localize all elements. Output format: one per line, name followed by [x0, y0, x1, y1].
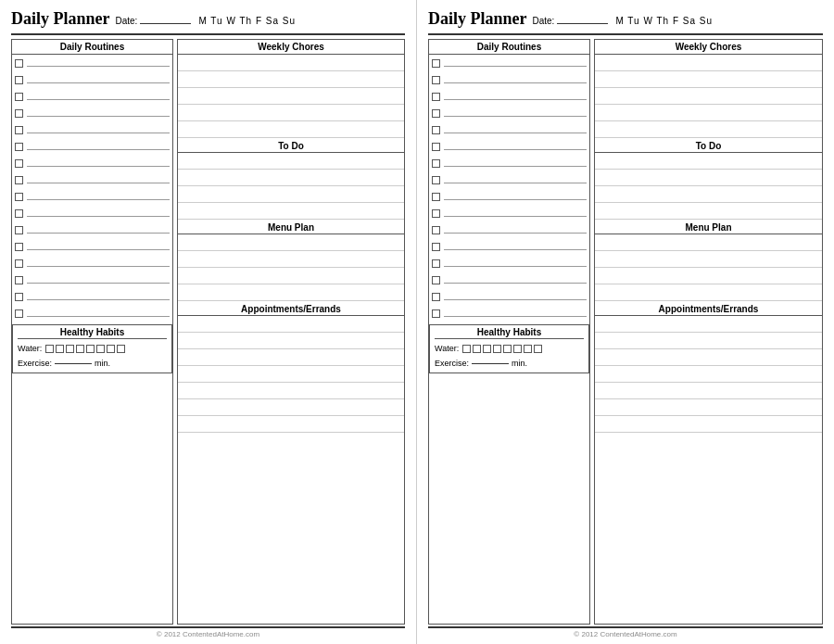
- section-line: [178, 153, 404, 170]
- section-label-2: Appointments/Errands: [595, 301, 822, 316]
- checkbox-row: [12, 205, 172, 221]
- checkbox[interactable]: [15, 209, 23, 218]
- checkbox-row: [429, 288, 589, 305]
- routine-line: [444, 199, 587, 200]
- checkbox[interactable]: [15, 93, 23, 101]
- section-label-2: Appointments/Errands: [178, 301, 404, 316]
- checkbox-row: [429, 71, 589, 88]
- checkbox[interactable]: [15, 126, 23, 134]
- water-boxes: [45, 345, 125, 353]
- exercise-unit: min.: [95, 359, 110, 368]
- water-box[interactable]: [524, 345, 532, 353]
- water-box[interactable]: [107, 345, 115, 353]
- section-line: [595, 349, 822, 366]
- water-label: Water:: [18, 344, 42, 353]
- planner-half-right: Daily Planner Date: M Tu W Th F Sa Su Da…: [417, 0, 834, 644]
- checkbox[interactable]: [432, 309, 440, 318]
- section-line: [178, 366, 404, 383]
- checkbox-row: [429, 221, 589, 238]
- checkbox-row: [429, 55, 589, 71]
- water-box[interactable]: [117, 345, 125, 353]
- planner-half-left: Daily Planner Date: M Tu W Th F Sa Su Da…: [0, 0, 417, 644]
- checkbox-row: [429, 238, 589, 255]
- water-box[interactable]: [534, 345, 542, 353]
- checkbox[interactable]: [432, 76, 440, 84]
- checkbox[interactable]: [15, 226, 23, 234]
- checkbox[interactable]: [15, 276, 23, 284]
- checkbox[interactable]: [15, 193, 23, 201]
- checkbox-row: [12, 88, 172, 105]
- checkbox[interactable]: [432, 293, 440, 301]
- checkbox[interactable]: [432, 226, 440, 234]
- water-box[interactable]: [483, 345, 491, 353]
- routine-line: [27, 299, 170, 300]
- exercise-line: [472, 363, 509, 364]
- routine-line: [444, 249, 587, 250]
- checkbox-row: [12, 105, 172, 121]
- checkbox-row: [429, 205, 589, 221]
- section-line: [178, 251, 404, 268]
- routine-line: [444, 166, 587, 167]
- water-box[interactable]: [493, 345, 501, 353]
- section-label-1: Menu Plan: [178, 220, 404, 234]
- chore-line: [595, 105, 822, 121]
- chore-line: [178, 55, 404, 71]
- water-box[interactable]: [96, 345, 105, 353]
- exercise-row: Exercise: min.: [18, 356, 167, 371]
- water-box[interactable]: [86, 345, 95, 353]
- checkbox[interactable]: [432, 93, 440, 101]
- section-line: [178, 349, 404, 366]
- checkbox[interactable]: [15, 243, 23, 251]
- routine-line: [27, 116, 170, 117]
- checkbox[interactable]: [432, 193, 440, 201]
- water-box[interactable]: [76, 345, 84, 353]
- checkbox[interactable]: [432, 109, 440, 118]
- extra-line: [595, 399, 822, 416]
- water-box[interactable]: [45, 345, 54, 353]
- checkbox[interactable]: [15, 59, 23, 68]
- section-line: [595, 170, 822, 186]
- checkbox-row: [12, 71, 172, 88]
- main-content: Daily Routines: [428, 39, 823, 625]
- checkbox[interactable]: [432, 209, 440, 218]
- chore-line: [178, 121, 404, 138]
- checkbox[interactable]: [15, 76, 23, 84]
- checkbox-row: [429, 171, 589, 188]
- checkbox-row: [12, 305, 172, 322]
- checkbox[interactable]: [432, 276, 440, 284]
- water-box[interactable]: [513, 345, 522, 353]
- routine-line: [27, 183, 170, 183]
- checkbox[interactable]: [15, 259, 23, 268]
- routine-line: [27, 199, 170, 200]
- water-box[interactable]: [473, 345, 481, 353]
- water-box[interactable]: [66, 345, 74, 353]
- routine-line: [444, 233, 587, 234]
- checkbox-row: [429, 105, 589, 121]
- checkbox[interactable]: [15, 159, 23, 168]
- routine-line: [444, 283, 587, 284]
- water-box[interactable]: [56, 345, 64, 353]
- checkbox[interactable]: [15, 109, 23, 118]
- days-of-week: M Tu W Th F Sa Su: [615, 16, 713, 26]
- routine-line: [444, 183, 587, 183]
- checkbox[interactable]: [432, 59, 440, 68]
- checkbox[interactable]: [432, 243, 440, 251]
- checkbox[interactable]: [15, 293, 23, 301]
- healthy-habits-title: Healthy Habits: [435, 327, 584, 339]
- checkbox[interactable]: [432, 259, 440, 268]
- main-content: Daily Routines: [11, 39, 405, 625]
- checkbox[interactable]: [15, 309, 23, 318]
- checkbox-row: [12, 221, 172, 238]
- routine-line: [27, 316, 170, 317]
- checkbox[interactable]: [432, 159, 440, 168]
- routine-line: [27, 82, 170, 83]
- checkbox[interactable]: [15, 176, 23, 184]
- water-box[interactable]: [503, 345, 512, 353]
- checkbox[interactable]: [432, 176, 440, 184]
- section-line: [178, 284, 404, 301]
- checkbox[interactable]: [432, 126, 440, 134]
- checkbox[interactable]: [15, 143, 23, 151]
- checkbox[interactable]: [432, 143, 440, 151]
- routine-line: [27, 249, 170, 250]
- water-box[interactable]: [462, 345, 471, 353]
